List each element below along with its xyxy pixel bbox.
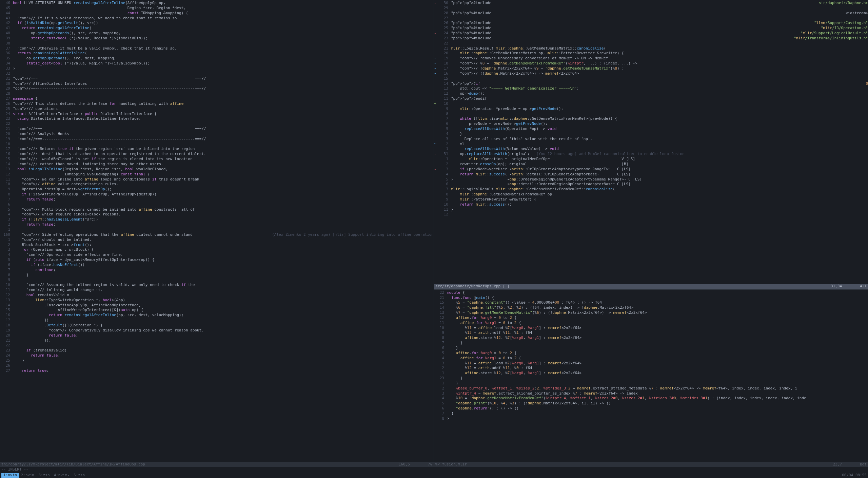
code-line[interactable]: 26	[0, 363, 434, 368]
code-line[interactable]: 23 using DialectInlinerInterface::Dialec…	[0, 116, 434, 121]
code-line[interactable]: 9 %12 = arith.mulf %11, %1 : f64	[434, 330, 868, 336]
code-line[interactable]: 14 .Case<AffineApplyOp, AffineReadOpInte…	[0, 303, 434, 308]
code-line[interactable]: 13 %7 = "daphne.getMemRefDenseMatrix"(%6…	[434, 310, 868, 316]
code-line[interactable]: 3 Replace all uses of 'this' value with …	[434, 137, 868, 142]
code-line[interactable]: 2 rewriter.eraseOp(op); original [B]	[434, 162, 868, 167]
code-line[interactable]: 10 "com">// Assuming the inlined region …	[0, 283, 434, 288]
code-line[interactable]: 28	[0, 91, 434, 96]
code-line[interactable]: 40 op.getMapOperands(), src, dest, mappi…	[0, 31, 434, 36]
code-line[interactable]: ~18 "com">// %8 = "daphne.getDenseMatrix…	[434, 61, 868, 66]
code-line[interactable]: ~19 "com">// removes unnecessary convers…	[434, 56, 868, 61]
code-line[interactable]: 1 mlir::Operation * originalMemRefOp~ V …	[434, 157, 868, 162]
code-line[interactable]: 28"pp">"pp">#include <iostream>	[434, 11, 868, 16]
code-line[interactable]: 2 %base_buffer_0, %offset_1, %sizes_2:2,…	[434, 386, 868, 391]
code-line[interactable]: 6 •omp::detail::OrderedRegionOpGenericAd…	[434, 182, 868, 187]
code-line[interactable]: 7mlir::LogicalResult mlir::daphne::GetDe…	[434, 187, 868, 192]
code-line[interactable]: ~17 "com">// !daphne.Matrix<2x2xf64> %9 …	[434, 66, 868, 71]
code-line[interactable]: 23 if (!remainsValid)	[0, 348, 434, 353]
code-line[interactable]: 10 return mlir::success();	[434, 202, 868, 207]
right-top-code-area[interactable]: -30"pp">"pp">#include <ir/daphneir/Daphn…	[434, 0, 868, 284]
code-line[interactable]: 6 if (iface.hasNoEffect())	[0, 263, 434, 268]
code-line[interactable]: 21 func.func @main() {	[434, 295, 868, 301]
code-line[interactable]: 5} •omp::OrderedRegionOpGenericAdaptor<t…	[434, 177, 868, 182]
code-line[interactable]: 4 "com">// Ops with no side effects are …	[0, 252, 434, 257]
code-line[interactable]: -31 op.replaceAllUsesWith(original;(You …	[434, 152, 868, 157]
code-line[interactable]: 160 "com">// Side-effecting operations t…	[0, 232, 434, 237]
code-line[interactable]: 11 "com">// inlining would change it.	[0, 288, 434, 293]
code-line[interactable]: 17 })	[0, 318, 434, 323]
code-line[interactable]: 22	[0, 343, 434, 348]
tmux-window[interactable]: 4:nvim-	[52, 473, 72, 477]
code-line[interactable]: 7 }	[434, 341, 868, 346]
code-line[interactable]: 8 affine.store %12, %7[%arg0, %arg1] : m…	[434, 336, 868, 341]
code-line[interactable]: 21 "com">//===--------------------------…	[0, 127, 434, 132]
tmux-window[interactable]: 5:zsh	[72, 473, 87, 477]
code-line[interactable]: 35 op.getMapOperands(), src, dest, mappi…	[0, 56, 434, 61]
code-line[interactable]: 25"pp">"pp">#include "mlir/IR/Operation.…	[434, 26, 868, 31]
code-line[interactable]: 11 "com">// We can inline into affine lo…	[0, 177, 434, 182]
code-line[interactable]: 39 static_cast<bool (*)(Value, Region *)…	[0, 36, 434, 41]
code-line[interactable]: 32	[0, 71, 434, 76]
code-line[interactable]: 6	[0, 202, 434, 207]
code-line[interactable]: 19 "com">//===--------------------------…	[0, 137, 434, 142]
code-line[interactable]: 5 "daphne.print"(%10, %4, %3) : (!daphne…	[434, 401, 868, 406]
code-line[interactable]: 3 for (Operation &op : srcBlock) {	[0, 247, 434, 252]
left-pane[interactable]: 46bool LLVM_ATTRIBUTE_UNUSED remainsLega…	[0, 0, 434, 467]
code-line[interactable]: 24struct AffineInlinerInterface : public…	[0, 112, 434, 117]
code-line[interactable]: 23"pp">"pp">#include "mlir/Transforms/In…	[434, 36, 868, 41]
left-code-area[interactable]: 46bool LLVM_ATTRIBUTE_UNUSED remainsLega…	[0, 0, 434, 462]
tmux-window[interactable]: 2:nvim	[19, 473, 37, 477]
code-line[interactable]: ~16 "com">// (!daphne.Matrix<2x2xf64>) -…	[434, 71, 868, 76]
code-line[interactable]: -3 if (prevNode->getUser •arith::OrIOpGe…	[434, 167, 868, 172]
code-line[interactable]: 1 affine.store %12, %7[%arg0, %arg1] : m…	[434, 371, 868, 376]
code-line[interactable]: 5 "com">// Multi-block regions cannot be…	[0, 207, 434, 212]
code-line[interactable]: 12 IRMapping &valueMapping) const final …	[0, 172, 434, 177]
code-line[interactable]: 1 replaceAllUsesWith(Value newValue) -> …	[434, 147, 868, 152]
code-line[interactable]: 10 %11 = affine.load %7[%arg0, %arg1] : …	[434, 326, 868, 331]
code-line[interactable]: 5 if (auto iface = dyn_cast<MemoryEffect…	[0, 257, 434, 263]
code-line[interactable]: 21mlir::LogicalResult mlir::daphne::GetM…	[434, 46, 868, 51]
code-line[interactable]: 30"com">// AffineDialect Interfaces	[0, 81, 434, 87]
code-line[interactable]: 9 mlir::PatternRewriter &rewriter) {	[434, 197, 868, 202]
right-top-pane[interactable]: -30"pp">"pp">#include <ir/daphneir/Daphn…	[434, 0, 868, 290]
code-line[interactable]: 12	[434, 212, 868, 217]
code-line[interactable]: 26"pp">"pp">#include "llvm/Support/Casti…	[434, 21, 868, 26]
code-line[interactable]: 10 "com">// affine value categorization …	[0, 182, 434, 187]
tmux-window-active[interactable]: 1:nvim	[1, 473, 19, 478]
code-line[interactable]: 29	[434, 6, 868, 11]
code-line[interactable]: 44 const IRMapping &mapping) {	[0, 11, 434, 16]
code-line[interactable]: 25 }	[0, 358, 434, 363]
code-line[interactable]: 24 return false;	[0, 353, 434, 358]
code-line[interactable]: 15 "com">/// 'wouldBeCloned' is set if t…	[0, 157, 434, 162]
code-line[interactable]: 23 }	[434, 376, 868, 381]
code-line[interactable]: 37 "com">// Otherwise it must be a valid…	[0, 46, 434, 51]
code-line[interactable]: 16 return remainsLegalAfterInline(op, sr…	[0, 313, 434, 318]
code-line[interactable]: 4 "com">// which require single-block re…	[0, 212, 434, 217]
code-line[interactable]: 11 affine.for %arg1 = 0 to 2 {	[434, 321, 868, 326]
code-line[interactable]: 7 continue;	[0, 268, 434, 273]
code-line[interactable]: 2 Block &srcBlock = src->front();	[0, 243, 434, 248]
code-line[interactable]: 11}	[434, 207, 868, 212]
code-line[interactable]: 15 %5 = "daphne.constant"() {value = 4.0…	[434, 300, 868, 305]
code-line[interactable]: 17 "com">/// Returns true if the given r…	[0, 147, 434, 152]
right-bottom-pane[interactable]: 22module {21 func.func @main() {15 %5 = …	[434, 290, 868, 467]
code-line[interactable]: 27 return true;	[0, 368, 434, 374]
code-line[interactable]: 1 "com">// should not be inlined.	[0, 237, 434, 243]
code-line[interactable]: 26"com">/// This class defines the inter…	[0, 101, 434, 107]
code-line[interactable]: 7 while (!llvm::isa<mlir::daphne::GetDen…	[434, 116, 868, 121]
code-line[interactable]: 6 "daphne.return"() : () -> ()	[434, 406, 868, 411]
code-line[interactable]: 3 %intptr_4 = memref.extract_aligned_poi…	[434, 391, 868, 396]
code-line[interactable]: 12 bool remainsValid =	[0, 293, 434, 298]
code-line[interactable]: 22module {	[434, 290, 868, 295]
code-line[interactable]: 34 static_cast<bool (*)(Value, Region *)…	[0, 61, 434, 66]
code-line[interactable]: -24"pp">"pp">#include "mlir/Support/Logi…	[434, 31, 868, 36]
code-line[interactable]: 9 mlir::Operation *prevNode = op->getPre…	[434, 107, 868, 112]
code-line[interactable]: 43 "com">// If it's a valid dimension, w…	[0, 16, 434, 21]
right-bottom-code-area[interactable]: 22module {21 func.func @main() {15 %5 = …	[434, 290, 868, 462]
code-line[interactable]: 4 return mlir::success( •arith::detail::…	[434, 172, 868, 177]
code-line[interactable]: 7 }	[434, 411, 868, 416]
code-line[interactable]: 22	[0, 121, 434, 127]
code-line[interactable]: 36 return remainsLegalAfterInline(	[0, 51, 434, 56]
code-line[interactable]: 33}	[0, 66, 434, 71]
code-line[interactable]: 25"com">/// operations.	[0, 107, 434, 112]
